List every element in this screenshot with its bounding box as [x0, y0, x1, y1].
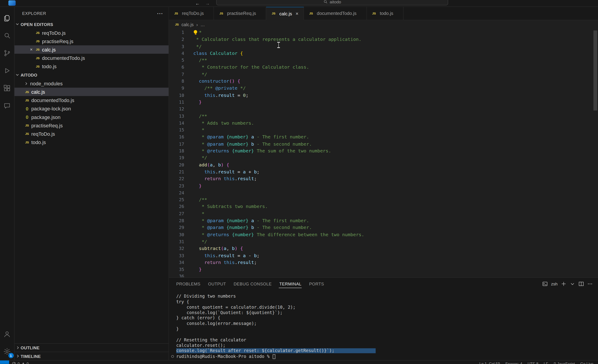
tree-item[interactable]: node_modules — [15, 79, 169, 88]
activity-run-debug-button[interactable] — [0, 62, 14, 79]
code-line[interactable]: 21 this.result = a + b; — [169, 169, 598, 175]
open-editor-item[interactable]: ×JScalc.js — [15, 45, 169, 54]
status-item[interactable]: LF — [544, 362, 548, 364]
close-icon[interactable]: × — [28, 47, 34, 52]
code-line[interactable]: 17 * @param {number} b - The second numb… — [169, 140, 598, 147]
terminal-line[interactable]: console.log(error.message); — [176, 321, 598, 326]
terminal-line[interactable]: } — [176, 326, 598, 332]
terminal-prompt[interactable]: rudihinds@Rudis-MacBook-Pro aitodo % — [176, 354, 598, 359]
code-line[interactable]: 25 /** — [169, 196, 598, 203]
code-line[interactable]: 19 */ — [169, 154, 598, 162]
lightbulb-icon[interactable] — [192, 30, 198, 35]
breadcrumb-file[interactable]: calc.js — [182, 22, 194, 27]
more-actions-icon[interactable]: ··· — [157, 10, 163, 16]
breadcrumb[interactable]: JS calc.js › … — [169, 20, 598, 29]
code-line[interactable]: 7 */ — [169, 71, 598, 78]
terminal-shell-label[interactable]: zsh — [551, 282, 557, 286]
code-line[interactable]: 16 * @param {number} a - The first numbe… — [169, 133, 598, 140]
settings-button[interactable]: 1 — [0, 343, 14, 360]
status-item[interactable]: {} JavaScript — [554, 362, 575, 364]
tree-item[interactable]: JSreqToDo.js — [15, 129, 169, 138]
workspace-header[interactable]: AITODO — [15, 71, 169, 79]
code-editor[interactable]: 1/**2 * Calculator class that represents… — [169, 29, 598, 277]
status-item[interactable]: UTF-8 — [527, 362, 538, 364]
code-line[interactable]: 3 */ — [169, 43, 598, 50]
tab-documentedTodo.js[interactable]: JSdocumentedTodo.js — [304, 7, 367, 20]
command-center-search[interactable]: aitodo — [216, 0, 448, 5]
close-icon[interactable]: × — [294, 11, 300, 16]
terminal-line[interactable]: console.log(`Result after reset: ${calcu… — [176, 348, 598, 354]
more-actions-icon[interactable] — [587, 281, 593, 287]
code-line[interactable]: 22 return this.result; — [169, 175, 598, 182]
forward-button[interactable]: → — [205, 0, 210, 7]
editor-scrollbar[interactable] — [593, 31, 597, 110]
code-line[interactable]: 32 subtract(a, b) { — [169, 245, 598, 252]
back-button[interactable]: ← — [195, 0, 200, 7]
terminal-line[interactable]: console.log(`Quotient: ${quotient}`); — [176, 310, 598, 316]
terminal-line[interactable]: // Resetting the calculator — [176, 338, 598, 343]
status-item[interactable]: Spaces: 4 — [505, 362, 522, 364]
activity-extensions-button[interactable] — [0, 79, 14, 97]
tree-item[interactable]: {}package-lock.json — [15, 104, 169, 113]
tree-item[interactable]: JStodo.js — [15, 138, 169, 146]
tab-calc.js[interactable]: JScalc.js× — [266, 7, 304, 20]
panel-tab-ports[interactable]: PORTS — [305, 278, 328, 290]
tree-item[interactable]: JScalc.js — [15, 88, 169, 96]
panel-tab-debug-console[interactable]: DEBUG CONSOLE — [230, 278, 275, 290]
open-editor-item[interactable]: JSdocumentedTodo.js — [15, 54, 169, 62]
code-line[interactable]: 31 */ — [169, 238, 598, 245]
terminal-line[interactable]: calculator.reset(); — [176, 343, 598, 348]
code-line[interactable]: 13 /** — [169, 113, 598, 120]
code-line[interactable]: 18 * @returns {number} The sum of the tw… — [169, 147, 598, 154]
code-line[interactable]: 26 * Subtracts two numbers. — [169, 203, 598, 210]
new-terminal-button[interactable] — [561, 281, 566, 287]
activity-explorer-button[interactable] — [0, 9, 14, 27]
tab-practiseReq.js[interactable]: JSpractiseReq.js — [214, 7, 266, 20]
account-button[interactable] — [0, 325, 14, 343]
code-line[interactable]: 2 * Calculator class that represents a c… — [169, 36, 598, 43]
terminal-line[interactable]: // Dividing two numbers — [176, 294, 598, 299]
panel-tab-output[interactable]: OUTPUT — [204, 278, 230, 290]
code-line[interactable]: 33 this.result = a - b; — [169, 252, 598, 259]
status-item[interactable]: Ln 1, Col 59 — [479, 362, 500, 364]
terminal-line[interactable]: try { — [176, 299, 598, 305]
timeline-header[interactable]: TIMELINE — [15, 352, 169, 360]
code-line[interactable]: 4class Calculator { — [169, 50, 598, 57]
tree-item[interactable]: JSpractiseReq.js — [15, 121, 169, 129]
activity-source-control-button[interactable] — [0, 44, 14, 62]
code-line[interactable]: 1/** — [169, 29, 598, 36]
tab-todo.js[interactable]: JStodo.js — [367, 7, 404, 20]
code-line[interactable]: 30 * @returns {number} The difference be… — [169, 231, 598, 238]
tree-item[interactable]: JSdocumentedTodo.js — [15, 96, 169, 104]
code-line[interactable]: 10 this.result = 0; — [169, 92, 598, 99]
terminal-line[interactable] — [176, 332, 598, 337]
code-line[interactable]: 27 * — [169, 210, 598, 217]
activity-search-button[interactable] — [0, 27, 14, 44]
code-line[interactable]: 36 — [169, 273, 598, 277]
tab-reqToDo.js[interactable]: JSreqToDo.js — [169, 7, 214, 20]
open-editor-item[interactable]: JSpractiseReq.js — [15, 37, 169, 45]
terminal-line[interactable]: const quotient = calculator.divide(10, 2… — [176, 305, 598, 310]
activity-chat-button[interactable] — [0, 97, 14, 114]
open-editor-item[interactable]: JStodo.js — [15, 62, 169, 71]
problems-status[interactable]: 0 0 — [9, 361, 32, 364]
code-line[interactable]: 12 — [169, 106, 598, 113]
code-line[interactable]: 29 * @param {number} b - The second numb… — [169, 224, 598, 231]
outline-header[interactable]: OUTLINE — [15, 343, 169, 352]
terminal-output[interactable]: // Dividing two numberstry { const quoti… — [169, 290, 598, 360]
code-line[interactable]: 14 * Adds two numbers. — [169, 120, 598, 127]
code-line[interactable]: 24 — [169, 189, 598, 196]
code-line[interactable]: 6 * Constructor for the Calculator class… — [169, 64, 598, 71]
code-line[interactable]: 35 } — [169, 266, 598, 273]
panel-tab-problems[interactable]: PROBLEMS — [173, 278, 204, 290]
terminal-line[interactable]: } catch (error) { — [176, 316, 598, 321]
breadcrumb-symbol[interactable]: … — [200, 22, 205, 27]
tree-item[interactable]: {}package.json — [15, 113, 169, 121]
remote-indicator[interactable]: >< — [0, 361, 9, 364]
code-line[interactable]: 23 } — [169, 182, 598, 189]
code-line[interactable]: 20 add(a, b) { — [169, 162, 598, 169]
open-editor-item[interactable]: JSreqToDo.js — [15, 29, 169, 37]
chevron-down-icon[interactable] — [570, 281, 575, 287]
open-editors-header[interactable]: OPEN EDITORS — [15, 20, 169, 29]
code-line[interactable]: 11 } — [169, 99, 598, 106]
